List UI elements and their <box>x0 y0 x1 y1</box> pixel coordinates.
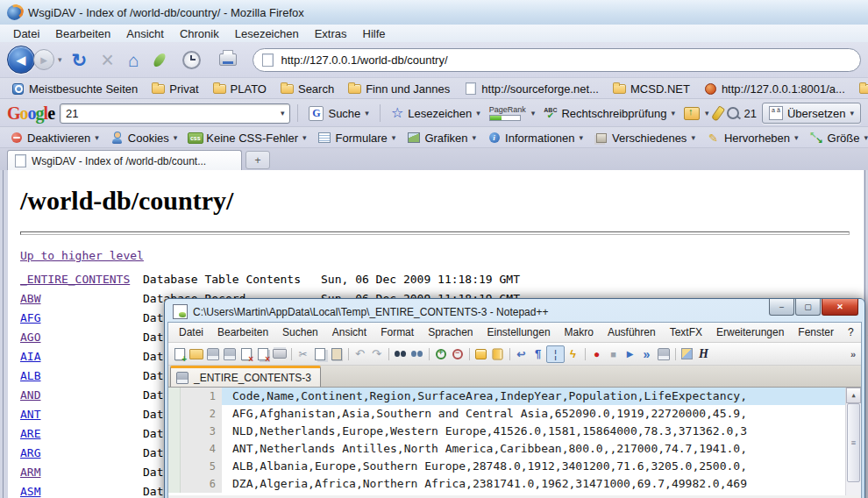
toolbar-icon[interactable] <box>546 345 565 363</box>
toolbar-icon[interactable] <box>655 346 672 362</box>
menu-item[interactable]: ? <box>841 326 861 338</box>
text-editor[interactable]: 1 Code,Name,Continent,Region,SurfaceArea… <box>168 388 861 495</box>
webdev-menu-button[interactable]: Größe ▾ <box>806 130 868 146</box>
toolbar-icon[interactable] <box>679 346 695 362</box>
toolbar-icon[interactable] <box>171 346 188 362</box>
bookmark-margin[interactable] <box>168 388 181 405</box>
menu-item[interactable]: Erweiterungen <box>709 326 791 338</box>
search-history-dropdown[interactable]: ▾ <box>281 109 285 117</box>
webdev-menu-button[interactable]: Deaktivieren ▾ <box>5 130 103 146</box>
directory-entry-link[interactable]: AFG <box>20 309 143 328</box>
toolbar-icon[interactable] <box>288 346 295 362</box>
menu-item[interactable]: Ansicht <box>118 27 172 40</box>
toolbar-icon[interactable] <box>466 346 473 362</box>
spellcheck-button[interactable]: ABC ✔ Rechtschreibprüfung ▾ <box>540 105 679 122</box>
close-button[interactable]: ✕ <box>822 299 858 316</box>
toolbar-icon[interactable] <box>271 346 288 362</box>
leaf-addon-icon[interactable] <box>153 51 167 68</box>
menu-item[interactable]: Makro <box>558 326 601 338</box>
toolbar-icon[interactable] <box>385 346 392 362</box>
scrollbar-thumb[interactable]: ≡ <box>847 403 860 482</box>
toolbar-icon[interactable] <box>473 346 489 362</box>
toolbar-icon[interactable] <box>188 346 204 362</box>
menu-item[interactable]: Datei <box>172 326 210 338</box>
restore-button[interactable]: ▢ <box>795 299 821 316</box>
toolbar-icon[interactable] <box>489 346 506 362</box>
close-document-button[interactable]: X <box>861 326 868 338</box>
toolbar-icon[interactable] <box>588 346 605 362</box>
toolbar-icon[interactable] <box>449 346 466 362</box>
notepad-titlebar[interactable]: C:\Users\Martin\AppData\Local\Temp\_ENTI… <box>167 302 862 322</box>
webdev-menu-button[interactable]: Verschiedenes ▾ <box>590 130 700 146</box>
reload-button[interactable]: ↻ <box>68 51 92 69</box>
bookmark-margin[interactable] <box>168 458 181 475</box>
pagerank-widget[interactable]: PageRank <box>489 106 526 121</box>
document-tab[interactable]: _ENTIRE_CONTENTS-3 <box>170 366 321 387</box>
webdev-menu-button[interactable]: Hervorheben ▾ <box>702 130 803 146</box>
menu-item[interactable]: Bearbeiten <box>47 27 118 40</box>
bookmark-item[interactable]: http://sourceforge.net... <box>458 81 605 97</box>
bookmark-item[interactable]: Finn und Jannes <box>342 81 456 97</box>
menu-item[interactable]: Lesezeichen <box>227 27 307 40</box>
minimize-button[interactable]: – <box>769 299 794 316</box>
toolbar-icon[interactable] <box>622 346 638 362</box>
toolbar-icon[interactable] <box>605 346 622 362</box>
menu-item[interactable]: Sprachen <box>421 326 480 338</box>
forward-button[interactable]: ▶ <box>33 49 54 70</box>
new-tab-button[interactable]: + <box>245 151 270 169</box>
toolbar-overflow-chevron[interactable]: » <box>848 349 858 359</box>
menu-item[interactable]: Fenster <box>791 326 841 338</box>
zoom-icon[interactable] <box>727 107 739 119</box>
directory-entry-link[interactable]: ASM <box>20 482 143 498</box>
toolbar-icon[interactable] <box>295 346 311 362</box>
google-search-button[interactable]: G Suche ▾ <box>305 104 372 123</box>
directory-entry-link[interactable]: AND <box>20 386 143 405</box>
menu-item[interactable]: Chronik <box>172 27 227 40</box>
history-dropdown[interactable]: ▾ <box>58 55 62 64</box>
menu-item[interactable]: Extras <box>307 27 355 40</box>
bookmark-margin[interactable] <box>168 405 181 423</box>
menu-item[interactable]: Ausführen <box>601 326 663 338</box>
bookmark-item[interactable]: Tree Samples <box>853 81 868 97</box>
toolbar-icon[interactable] <box>432 346 449 362</box>
bookmark-margin[interactable] <box>168 440 181 458</box>
menu-item[interactable]: Hilfe <box>355 27 394 40</box>
toolbar-icon[interactable] <box>638 346 655 362</box>
url-bar[interactable]: http://127.0.0.1/world-db/country/ <box>253 48 861 72</box>
toolbar-icon[interactable] <box>311 346 328 362</box>
toolbar-icon[interactable] <box>695 346 712 362</box>
highlighter-button[interactable] <box>710 105 724 122</box>
menu-item[interactable]: Bearbeiten <box>210 326 275 338</box>
bookmark-item[interactable]: Meistbesuchte Seiten <box>5 81 144 97</box>
toolbar-icon[interactable] <box>425 346 432 362</box>
toolbar-icon[interactable] <box>506 346 513 362</box>
translate-button[interactable]: a ä Übersetzen ▾ <box>762 103 861 124</box>
toolbar-icon[interactable] <box>672 346 679 362</box>
webdev-menu-button[interactable]: Grafiken ▾ <box>402 130 480 146</box>
editor-scrollbar[interactable]: ▲ ≡ <box>845 388 861 495</box>
directory-entry-link[interactable]: ARE <box>20 424 143 444</box>
webdev-menu-button[interactable]: Formulare ▾ <box>314 130 401 146</box>
toolbar-icon[interactable] <box>530 346 546 362</box>
bookmark-margin[interactable] <box>168 423 181 440</box>
webdev-menu-button[interactable]: Cookies ▾ <box>106 130 182 146</box>
up-to-higher-level-link[interactable]: Up to higher level <box>20 249 144 262</box>
toolbar-icon[interactable] <box>352 346 368 362</box>
directory-entry-link[interactable]: ALB <box>20 366 143 386</box>
toolbar-icon[interactable] <box>204 346 221 362</box>
directory-entry-link[interactable]: AIA <box>20 347 143 366</box>
directory-entry-link[interactable]: ARG <box>20 444 143 463</box>
home-button[interactable]: ⌂ <box>124 51 144 69</box>
menu-item[interactable]: Suchen <box>275 326 325 338</box>
menu-item[interactable]: Ansicht <box>325 326 374 338</box>
toolbar-icon[interactable] <box>565 346 581 362</box>
directory-entry-link[interactable]: _ENTIRE_CONTENTS <box>20 270 143 289</box>
bookmark-item[interactable]: MCSD.NET <box>607 81 696 97</box>
directory-entry-link[interactable]: ABW <box>20 289 143 309</box>
google-search-input[interactable]: 21 ▾ <box>60 103 290 124</box>
toolbar-icon[interactable] <box>238 346 254 362</box>
url-text[interactable]: http://127.0.0.1/world-db/country/ <box>281 53 447 67</box>
toolbar-icon[interactable] <box>345 346 352 362</box>
back-button[interactable]: ◀ <box>7 46 35 74</box>
menu-item[interactable]: TextFX <box>663 326 709 338</box>
